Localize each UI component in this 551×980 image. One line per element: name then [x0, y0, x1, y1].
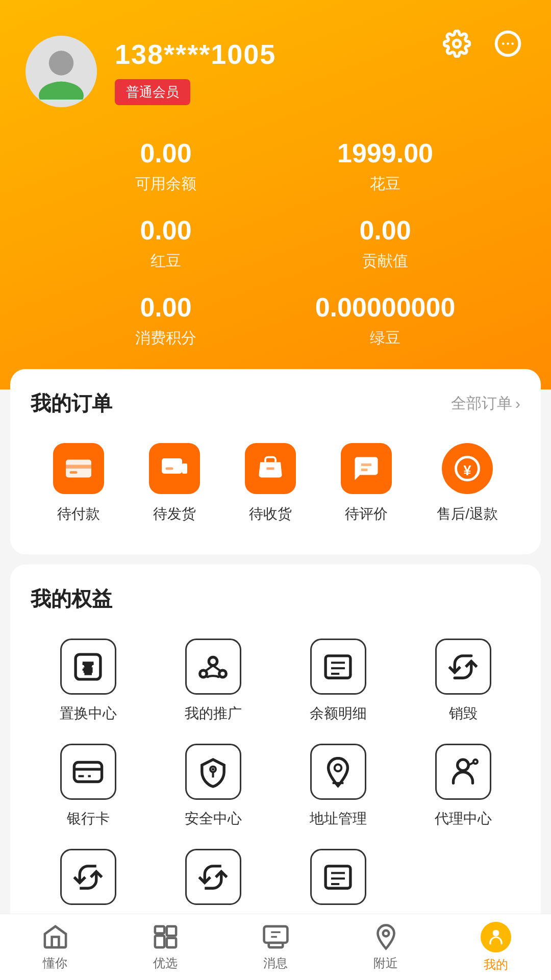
benefit-destroy-label: 销毁: [449, 704, 478, 723]
phone-number: 138****1005: [115, 38, 276, 70]
stat-contribution-label: 贡献值: [362, 251, 408, 272]
benefits-section: 我的权益 ¥ 置换中心: [10, 565, 541, 940]
order-pending-pay[interactable]: 待付款: [53, 443, 104, 524]
svg-point-38: [335, 764, 342, 771]
avatar[interactable]: [26, 36, 97, 107]
benefit-exchange-label: 置换中心: [60, 704, 117, 723]
balance-detail-icon-box: [310, 639, 366, 695]
benefit-balance-detail[interactable]: 余额明细: [281, 639, 395, 723]
svg-point-56: [493, 929, 499, 936]
bottom-nav: 懂你 优选 消息 附近: [0, 914, 551, 980]
nav-home[interactable]: 懂你: [0, 923, 110, 971]
stat-points[interactable]: 0.00 消费积分: [56, 292, 276, 349]
svg-rect-13: [166, 468, 173, 470]
nav-nearby-label: 附近: [373, 955, 398, 971]
svg-rect-52: [268, 943, 283, 947]
svg-point-22: [209, 657, 217, 665]
stat-points-label: 消费积分: [135, 328, 196, 349]
benefit-extra3[interactable]: [281, 849, 395, 914]
extra2-icon-box: [185, 849, 241, 905]
order-pending-ship[interactable]: 待发货: [149, 443, 200, 524]
exchange-icon-box: ¥: [60, 639, 116, 695]
benefit-promotion[interactable]: 我的推广: [156, 639, 270, 723]
svg-rect-31: [74, 762, 102, 781]
svg-point-0: [453, 40, 460, 47]
benefit-balance-detail-label: 余额明细: [310, 704, 367, 723]
security-icon-box: [185, 744, 241, 800]
all-orders-link[interactable]: 全部订单 ›: [451, 393, 520, 414]
destroy-icon-box: [435, 639, 491, 695]
order-pending-review[interactable]: 待评价: [341, 443, 392, 524]
top-icons-area: [439, 26, 525, 61]
stat-hongdou-label: 红豆: [151, 251, 181, 272]
benefit-security-label: 安全中心: [185, 809, 242, 828]
stat-contribution[interactable]: 0.00 贡献值: [276, 215, 495, 272]
order-after-sale[interactable]: ¥ 售后/退款: [437, 443, 498, 524]
profile-info: 138****1005 普通会员: [115, 38, 276, 105]
svg-rect-14: [182, 463, 187, 474]
svg-rect-11: [162, 458, 182, 474]
svg-rect-48: [166, 926, 176, 936]
stat-balance[interactable]: 0.00 可用余额: [56, 138, 276, 194]
more-button[interactable]: [490, 26, 525, 61]
extra1-icon-box: [60, 849, 116, 905]
orders-header: 我的订单 全部订单 ›: [31, 389, 520, 418]
benefits-grid: ¥ 置换中心 我的推广: [31, 633, 520, 919]
benefits-header: 我的权益: [31, 585, 520, 613]
svg-rect-12: [162, 461, 182, 465]
pending-review-icon-box: [341, 443, 392, 494]
svg-rect-10: [70, 471, 78, 474]
svg-rect-9: [66, 465, 91, 469]
svg-point-5: [49, 51, 73, 75]
order-pending-receive-label: 待收货: [249, 504, 292, 524]
orders-title: 我的订单: [31, 389, 112, 418]
stat-contribution-value: 0.00: [359, 215, 411, 246]
address-icon-box: [310, 744, 366, 800]
benefit-exchange[interactable]: ¥ 置换中心: [31, 639, 145, 723]
benefit-address[interactable]: 地址管理: [281, 744, 395, 828]
nav-mine[interactable]: 我的: [441, 922, 551, 973]
benefit-promotion-label: 我的推广: [185, 704, 242, 723]
agent-icon-box: [435, 744, 491, 800]
benefit-security[interactable]: 安全中心: [156, 744, 270, 828]
order-pending-receive[interactable]: 待收货: [245, 443, 296, 524]
benefit-destroy[interactable]: 销毁: [406, 639, 520, 723]
nav-nearby[interactable]: 附近: [331, 923, 441, 971]
nav-mine-dot: [481, 922, 511, 952]
benefit-extra2[interactable]: [156, 849, 270, 914]
svg-rect-49: [166, 938, 176, 947]
svg-point-4: [511, 42, 514, 45]
nav-mine-label: 我的: [484, 957, 508, 973]
order-after-sale-label: 售后/退款: [437, 504, 498, 524]
promotion-icon-box: [185, 639, 241, 695]
stat-huadou-label: 花豆: [370, 174, 400, 194]
benefit-agent[interactable]: 代理中心: [406, 744, 520, 828]
benefit-extra1[interactable]: [31, 849, 145, 914]
stat-huadou[interactable]: 1999.00 花豆: [276, 138, 495, 194]
svg-point-3: [507, 42, 509, 45]
stat-huadou-value: 1999.00: [337, 138, 433, 168]
svg-rect-47: [155, 936, 164, 947]
svg-rect-51: [264, 926, 287, 943]
svg-rect-50: [155, 926, 164, 934]
stats-grid: 0.00 可用余额 1999.00 花豆 0.00 红豆 0.00 贡献值 0.…: [26, 138, 525, 349]
benefit-address-label: 地址管理: [310, 809, 367, 828]
svg-point-55: [383, 930, 388, 936]
stat-points-value: 0.00: [140, 292, 191, 323]
stat-lvdou-value: 0.00000000: [315, 292, 456, 323]
nav-message-label: 消息: [263, 955, 288, 971]
benefit-bank-card[interactable]: 银行卡: [31, 744, 145, 828]
pending-pay-icon-box: [53, 443, 104, 494]
svg-point-42: [473, 760, 478, 764]
benefits-title: 我的权益: [31, 585, 112, 613]
stat-hongdou[interactable]: 0.00 红豆: [56, 215, 276, 272]
orders-section: 我的订单 全部订单 › 待付款: [10, 369, 541, 554]
stat-hongdou-value: 0.00: [140, 215, 191, 246]
stat-balance-label: 可用余额: [135, 174, 196, 194]
settings-button[interactable]: [439, 26, 474, 61]
stat-lvdou-label: 绿豆: [370, 328, 400, 349]
pending-receive-icon-box: [245, 443, 296, 494]
nav-select[interactable]: 优选: [110, 923, 220, 971]
stat-lvdou[interactable]: 0.00000000 绿豆: [276, 292, 495, 349]
nav-message[interactable]: 消息: [220, 923, 331, 971]
